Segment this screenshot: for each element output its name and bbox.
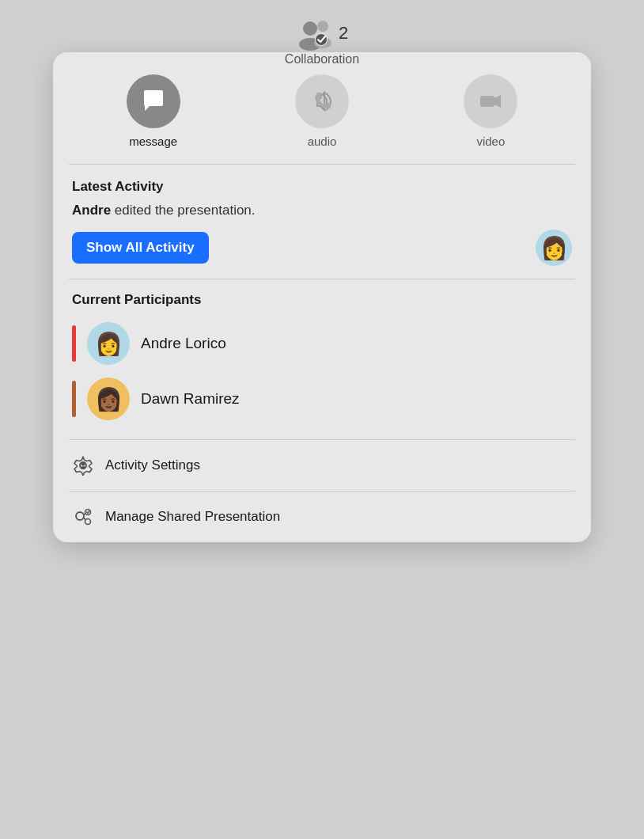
activity-settings-icon bbox=[72, 454, 94, 476]
activity-text: Andre edited the presentation. bbox=[72, 203, 572, 218]
audio-icon-circle bbox=[295, 74, 349, 128]
message-icon bbox=[140, 88, 167, 115]
latest-activity-section: Latest Activity Andre edited the present… bbox=[53, 165, 591, 279]
activity-row: Show All Activity 👩 bbox=[72, 230, 572, 266]
activity-author: Andre bbox=[72, 203, 111, 218]
dawn-avatar: 👩🏾 bbox=[87, 378, 130, 420]
svg-point-10 bbox=[81, 466, 85, 469]
top-bar: 2 Collaboration bbox=[285, 16, 359, 66]
collaboration-panel: message audio video Late bbox=[53, 52, 591, 542]
svg-point-0 bbox=[303, 21, 317, 36]
svg-marker-7 bbox=[494, 95, 501, 108]
participants-section: Current Participants 👩 Andre Lorico 👩🏾 D… bbox=[53, 279, 591, 439]
comm-row: message audio video bbox=[53, 52, 591, 164]
andre-name: Andre Lorico bbox=[141, 335, 226, 352]
dawn-name: Dawn Ramirez bbox=[141, 390, 240, 408]
manage-shared-label: Manage Shared Presentation bbox=[105, 509, 280, 525]
audio-button[interactable]: audio bbox=[295, 74, 349, 148]
svg-rect-6 bbox=[480, 96, 494, 107]
participant-row-dawn: 👩🏾 Dawn Ramirez bbox=[72, 371, 572, 427]
collab-label: Collaboration bbox=[285, 52, 359, 66]
message-button[interactable]: message bbox=[127, 74, 180, 148]
participants-title: Current Participants bbox=[72, 292, 572, 308]
dawn-bar bbox=[72, 381, 76, 417]
latest-activity-title: Latest Activity bbox=[72, 179, 572, 195]
svg-point-9 bbox=[81, 462, 85, 466]
audio-label: audio bbox=[308, 135, 337, 148]
video-button[interactable]: video bbox=[464, 74, 517, 148]
collab-count: 2 bbox=[339, 23, 348, 44]
video-icon-circle bbox=[464, 74, 517, 128]
video-label: video bbox=[476, 135, 505, 148]
svg-point-12 bbox=[85, 510, 91, 515]
collab-icon-wrapper: 2 bbox=[296, 16, 348, 51]
message-label: message bbox=[129, 135, 177, 148]
manage-shared-item[interactable]: Manage Shared Presentation bbox=[53, 492, 591, 542]
message-icon-circle bbox=[127, 74, 180, 128]
activity-settings-label: Activity Settings bbox=[105, 457, 200, 473]
activity-description: edited the presentation. bbox=[111, 203, 255, 218]
svg-point-1 bbox=[317, 21, 328, 32]
svg-line-14 bbox=[84, 514, 85, 514]
collaboration-icon bbox=[296, 16, 335, 51]
andre-bar bbox=[72, 325, 76, 362]
andre-avatar-small: 👩 bbox=[536, 230, 572, 266]
video-icon bbox=[477, 88, 504, 115]
participant-row-andre: 👩 Andre Lorico bbox=[72, 316, 572, 371]
audio-icon bbox=[309, 88, 335, 115]
svg-line-15 bbox=[84, 518, 85, 520]
activity-settings-item[interactable]: Activity Settings bbox=[53, 440, 591, 491]
manage-shared-icon bbox=[72, 506, 94, 528]
svg-point-11 bbox=[76, 512, 84, 520]
show-all-activity-button[interactable]: Show All Activity bbox=[72, 232, 209, 264]
andre-avatar: 👩 bbox=[87, 322, 130, 365]
